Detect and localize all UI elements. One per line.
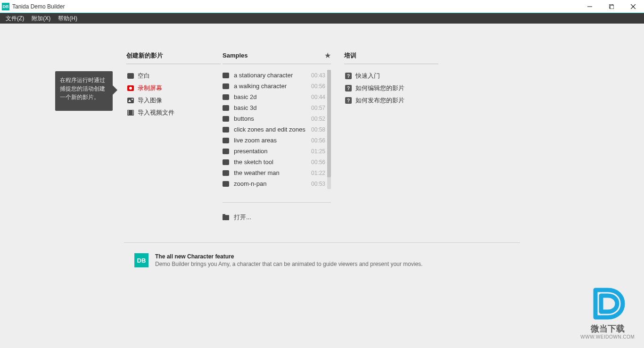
sample-label: live zoom areas	[234, 137, 277, 144]
minimize-button[interactable]	[579, 0, 601, 13]
sample-duration: 00:43	[311, 72, 325, 79]
create-item-blank[interactable]: 空白	[126, 70, 221, 82]
sample-label: a stationary character	[234, 72, 293, 79]
video-icon	[223, 159, 231, 166]
samples-list: a stationary character00:43a walking cha…	[223, 70, 331, 189]
create-item-record[interactable]: 录制屏幕	[126, 82, 221, 94]
create-item-label: 空白	[138, 72, 150, 80]
samples-title: Samples	[223, 52, 248, 59]
close-button[interactable]	[622, 0, 644, 13]
open-label: 打开...	[234, 213, 251, 222]
video-icon	[223, 148, 231, 155]
watermark: 微当下载 WWW.WEIDOWN.COM	[580, 285, 635, 340]
box-icon	[126, 73, 135, 79]
sample-item[interactable]: buttons00:52	[223, 113, 325, 124]
sample-duration: 00:52	[311, 116, 325, 122]
create-item-label: 录制屏幕	[138, 84, 162, 92]
film-icon	[126, 109, 135, 116]
star-icon[interactable]: ★	[324, 51, 331, 60]
video-icon	[223, 137, 231, 144]
training-title: 培训	[344, 51, 356, 60]
create-item-label: 导入视频文件	[138, 108, 174, 117]
sample-item[interactable]: a walking character00:56	[223, 81, 325, 91]
sample-duration: 00:56	[311, 159, 325, 166]
help-icon: ?	[344, 73, 353, 79]
training-item-label: 如何发布您的影片	[355, 96, 405, 105]
feature-logo-icon: DB	[134, 253, 149, 267]
sample-label: basic 3d	[234, 104, 256, 111]
divider	[124, 242, 520, 243]
samples-column: Samples ★ a stationary character00:43a w…	[223, 51, 331, 348]
sample-duration: 01:25	[311, 148, 325, 155]
video-icon	[223, 105, 231, 111]
create-title: 创建新的影片	[126, 51, 163, 60]
sample-label: the weather man	[234, 169, 280, 176]
sample-item[interactable]: the sketch tool00:56	[223, 157, 325, 167]
image-icon	[126, 97, 135, 104]
training-item-label: 如何编辑您的影片	[355, 84, 405, 92]
folder-icon	[223, 215, 231, 220]
sample-label: buttons	[234, 115, 254, 122]
sample-item[interactable]: zoom-n-pan00:53	[223, 178, 325, 189]
video-icon	[223, 181, 231, 187]
sample-label: basic 2d	[234, 93, 256, 100]
maximize-button[interactable]	[601, 0, 622, 13]
menu-help[interactable]: 帮助(H)	[54, 14, 81, 24]
create-item-import-image[interactable]: 导入图像	[126, 94, 221, 107]
sample-duration: 00:44	[311, 94, 325, 100]
video-icon	[223, 170, 231, 176]
sample-item[interactable]: click zones and edit zones00:58	[223, 124, 325, 135]
app-icon: DB	[2, 3, 9, 10]
window-titlebar: DB Tanida Demo Builder	[0, 0, 644, 13]
create-item-import-video[interactable]: 导入视频文件	[126, 107, 221, 119]
video-icon	[223, 83, 231, 90]
create-column: 创建新的影片 空白 录制屏幕 导入图像 导入视频文件	[126, 51, 221, 348]
record-icon	[126, 85, 135, 91]
tooltip-record: 在程序运行时通过捕捉您的活动创建一个新的影片。	[55, 71, 113, 111]
sample-item[interactable]: basic 3d00:57	[223, 102, 325, 113]
training-item-edit[interactable]: ? 如何编辑您的影片	[344, 82, 438, 94]
watermark-logo-icon	[587, 285, 628, 322]
feature-callout: DB The all new Character feature Demo Bu…	[124, 253, 520, 267]
sample-label: presentation	[234, 148, 268, 155]
scrollbar[interactable]	[327, 70, 331, 189]
help-icon: ?	[344, 97, 353, 104]
sample-duration: 00:53	[311, 181, 325, 187]
feature-desc: Demo Builder brings you Amy, a character…	[155, 261, 422, 267]
training-column: 培训 ? 快速入门 ? 如何编辑您的影片 ? 如何发布您的影片	[344, 51, 438, 348]
training-item-publish[interactable]: ? 如何发布您的影片	[344, 94, 438, 107]
sample-item[interactable]: presentation01:25	[223, 146, 325, 157]
training-item-quickstart[interactable]: ? 快速入门	[344, 70, 438, 82]
open-button[interactable]: 打开...	[223, 202, 331, 222]
video-icon	[223, 72, 231, 79]
menubar: 文件(Z) 附加(X) 帮助(H)	[0, 13, 644, 24]
sample-duration: 00:57	[311, 105, 325, 111]
help-icon: ?	[344, 85, 353, 91]
menu-addon[interactable]: 附加(X)	[28, 14, 54, 24]
training-item-label: 快速入门	[355, 72, 380, 80]
sample-duration: 00:56	[311, 83, 325, 90]
sample-duration: 01:22	[311, 170, 325, 176]
sample-duration: 00:58	[311, 126, 325, 133]
sample-label: click zones and edit zones	[234, 126, 305, 133]
menu-file[interactable]: 文件(Z)	[2, 14, 28, 24]
video-icon	[223, 116, 231, 122]
sample-item[interactable]: the weather man01:22	[223, 167, 325, 178]
sample-item[interactable]: a stationary character00:43	[223, 70, 325, 81]
watermark-text1: 微当下载	[580, 323, 635, 334]
sample-label: a walking character	[234, 83, 287, 90]
create-item-label: 导入图像	[138, 96, 162, 105]
feature-title: The all new Character feature	[155, 253, 422, 260]
sample-duration: 00:56	[311, 137, 325, 144]
watermark-text2: WWW.WEIDOWN.COM	[580, 334, 635, 340]
video-icon	[223, 94, 231, 100]
sample-item[interactable]: basic 2d00:44	[223, 91, 325, 102]
video-icon	[223, 126, 231, 133]
sample-item[interactable]: live zoom areas00:56	[223, 135, 325, 146]
sample-label: zoom-n-pan	[234, 180, 266, 187]
window-title: Tanida Demo Builder	[12, 3, 65, 10]
sample-label: the sketch tool	[234, 158, 273, 166]
svg-rect-2	[610, 5, 614, 9]
